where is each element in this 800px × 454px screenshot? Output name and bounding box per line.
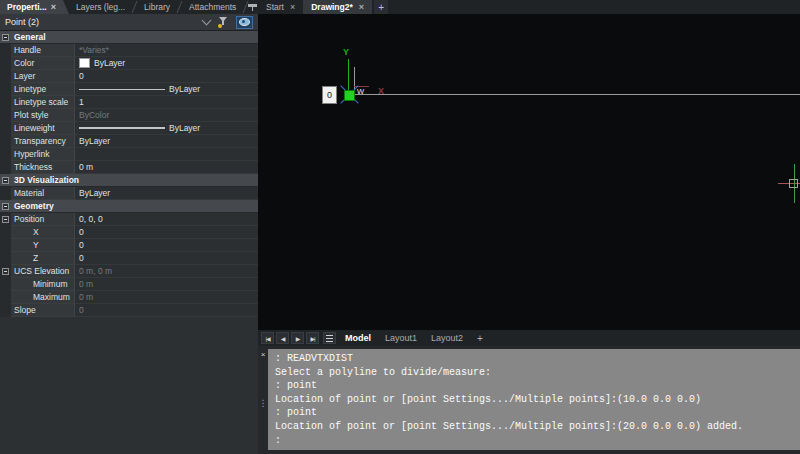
polyline-entity[interactable] <box>348 94 800 95</box>
command-line-text: Location of point or [point Settings.../… <box>275 420 800 434</box>
property-value[interactable]: 0 <box>75 70 258 83</box>
eye-icon <box>239 18 250 26</box>
panel-tab-properti[interactable]: Properti... <box>0 0 69 14</box>
command-line[interactable]: : READVTXDISTSelect a polyline to divide… <box>268 349 800 450</box>
property-value-text: 0 <box>79 240 84 250</box>
entity-selector-row: Point (2) <box>0 14 258 31</box>
collapse-icon[interactable] <box>2 177 9 184</box>
property-value[interactable]: 0 <box>75 252 258 265</box>
close-icon[interactable] <box>359 2 364 12</box>
property-value[interactable]: ByColor <box>75 109 258 122</box>
next-icon <box>296 335 300 342</box>
add-layout-button[interactable]: + <box>472 333 488 344</box>
lineweight-preview <box>79 127 165 129</box>
panel-tab-library[interactable]: Library <box>137 0 177 14</box>
panel-tab-layers-leg[interactable]: Layers (leg... <box>69 0 132 14</box>
visibility-toggle[interactable] <box>236 16 253 29</box>
selection-grip[interactable] <box>344 90 355 101</box>
close-icon[interactable] <box>261 350 266 359</box>
property-value[interactable]: 0 <box>75 304 258 317</box>
row-gutter <box>0 265 11 278</box>
new-document-button[interactable]: + <box>374 0 388 14</box>
property-value-text: *Varies* <box>79 45 109 55</box>
row-gutter <box>0 187 11 200</box>
property-value[interactable] <box>75 148 258 161</box>
property-row: Minimum0 m <box>0 278 258 291</box>
property-label: Position <box>11 213 75 226</box>
filter-dot-icon <box>218 24 222 28</box>
properties-grid: GeneralHandle*Varies*ColorByLayerLayer0L… <box>0 31 258 317</box>
panel-tab-attachments[interactable]: Attachments <box>182 0 243 14</box>
tab-divider <box>132 0 137 14</box>
property-value-text: 0 <box>79 305 84 315</box>
section-title: Geometry <box>11 200 54 212</box>
row-gutter <box>0 278 11 291</box>
collapse-icon[interactable] <box>2 216 9 223</box>
section-header[interactable]: 3D Visualization <box>0 174 258 187</box>
property-value[interactable]: ByLayer <box>75 135 258 148</box>
property-label: X <box>11 226 75 239</box>
command-panel-edge <box>258 349 268 450</box>
last-layout-button[interactable] <box>306 332 319 344</box>
property-row: LinetypeByLayer <box>0 83 258 96</box>
document-tab-start[interactable]: Start <box>258 0 303 14</box>
layout-list-button[interactable] <box>323 332 336 344</box>
property-value[interactable]: 0 <box>75 239 258 252</box>
property-value-text: 0 <box>79 227 84 237</box>
collapse-icon[interactable] <box>2 268 9 275</box>
row-gutter <box>0 109 11 122</box>
collapse-icon[interactable] <box>2 203 9 210</box>
property-row: MaterialByLayer <box>0 187 258 200</box>
row-gutter <box>0 135 11 148</box>
property-value-text: 0 <box>79 253 84 263</box>
document-tab-drawing2-[interactable]: Drawing2* <box>303 0 372 14</box>
first-layout-button[interactable] <box>261 332 274 344</box>
pin-button[interactable] <box>248 0 258 14</box>
last-icon <box>310 335 314 342</box>
section-header[interactable]: Geometry <box>0 200 258 213</box>
layout-tab-layout1[interactable]: Layout1 <box>378 330 424 346</box>
row-gutter <box>0 291 11 304</box>
chevron-down-icon[interactable] <box>202 16 212 26</box>
property-label: Linetype <box>11 83 75 96</box>
drag-handle-icon[interactable] <box>259 399 268 408</box>
section-gutter <box>0 200 11 212</box>
property-value[interactable]: 0 m <box>75 161 258 174</box>
property-value[interactable]: ByLayer <box>75 122 258 135</box>
collapse-icon[interactable] <box>2 34 9 41</box>
property-label: Color <box>11 57 75 70</box>
drawing-viewport[interactable]: 0 Y W X <box>258 14 800 330</box>
property-value[interactable]: 0 m <box>75 291 258 304</box>
section-header[interactable]: General <box>0 31 258 44</box>
linetype-preview <box>79 89 165 90</box>
property-value[interactable]: 0 <box>75 226 258 239</box>
property-value[interactable]: 0 m, 0 m <box>75 265 258 278</box>
property-value[interactable]: ByLayer <box>75 57 258 70</box>
list-icon <box>326 335 333 342</box>
property-value[interactable]: ByLayer <box>75 83 258 96</box>
property-value[interactable]: *Varies* <box>75 44 258 57</box>
property-label: Layer <box>11 70 75 83</box>
layout-tab-layout2[interactable]: Layout2 <box>424 330 470 346</box>
previous-layout-button[interactable] <box>276 332 289 344</box>
point-number-label: 0 <box>322 86 337 104</box>
close-icon[interactable] <box>51 3 56 12</box>
property-value-text: 0 <box>79 71 84 81</box>
property-value[interactable]: 0 m <box>75 278 258 291</box>
command-panel: : READVTXDISTSelect a polyline to divide… <box>258 346 800 454</box>
property-row: Slope0 <box>0 304 258 317</box>
property-row: TransparencyByLayer <box>0 135 258 148</box>
filter-icon[interactable] <box>218 16 229 28</box>
row-gutter <box>0 96 11 109</box>
property-row: Plot styleByColor <box>0 109 258 122</box>
close-icon[interactable] <box>290 2 295 12</box>
pin-icon <box>248 3 257 12</box>
property-value[interactable]: 0, 0, 0 <box>75 213 258 226</box>
entity-selector[interactable]: Point (2) <box>5 17 203 27</box>
property-value[interactable]: ByLayer <box>75 187 258 200</box>
layout-tab-model[interactable]: Model <box>338 330 378 346</box>
property-value[interactable]: 1 <box>75 96 258 109</box>
property-label: Maximum <box>11 291 75 304</box>
next-layout-button[interactable] <box>291 332 304 344</box>
panel-tab-strip: Properti...Layers (leg...LibraryAttachme… <box>0 0 258 14</box>
